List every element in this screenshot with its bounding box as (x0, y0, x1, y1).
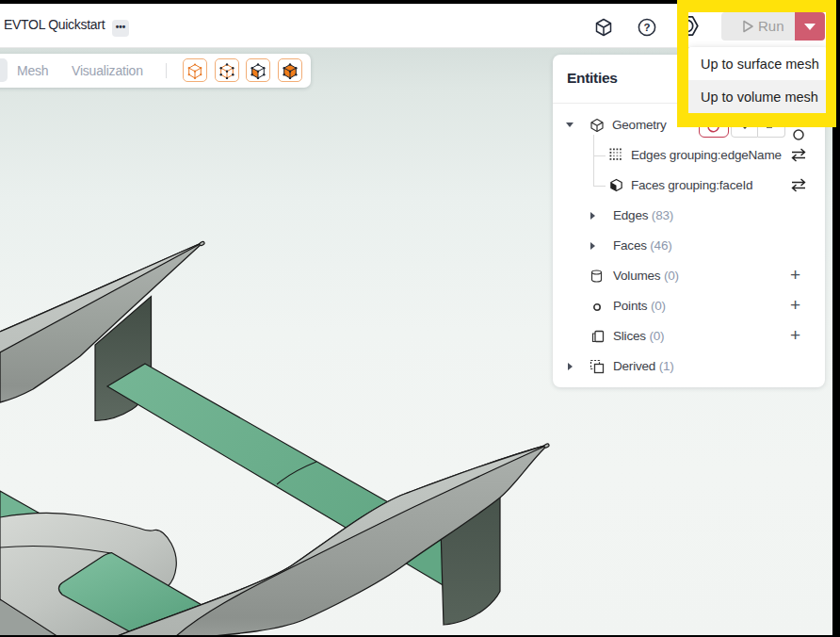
svg-text:?: ? (643, 22, 650, 33)
